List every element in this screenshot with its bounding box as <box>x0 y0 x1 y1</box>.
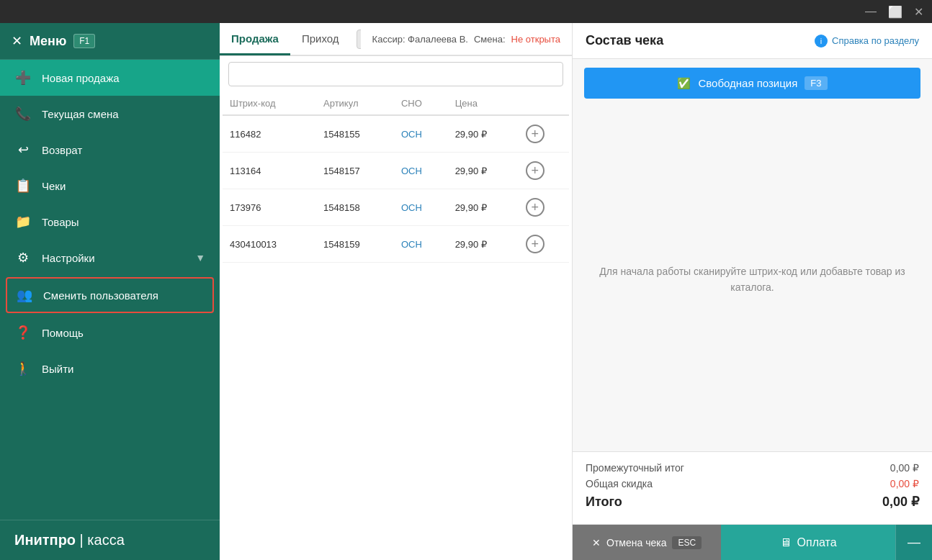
empty-cart-message: Для начала работы сканируйте штрих-код и… <box>573 107 932 451</box>
brand-logo: Инитпро | касса <box>14 532 125 548</box>
cell-article: 1548159 <box>316 226 394 263</box>
sidebar: ✕ Меню F1 ➕ Новая продажа 📞 Текущая смен… <box>0 23 220 560</box>
cell-article: 1548157 <box>316 153 394 189</box>
col-sno: СНО <box>394 92 448 115</box>
cell-add: + <box>519 153 569 189</box>
cell-sno: ОСН <box>394 153 448 189</box>
cell-price: 29,90 ₽ <box>448 189 519 226</box>
sidebar-item-receipts[interactable]: 📋 Чеки <box>0 168 220 204</box>
gear-icon: ⚙ <box>14 250 32 266</box>
cell-sno: ОСН <box>394 189 448 226</box>
sidebar-item-label: Товары <box>42 216 205 228</box>
cashier-info: Кассир: Фалалеева В. Смена: Не открыта <box>361 23 572 56</box>
check-icon: ✅ <box>677 77 691 90</box>
sidebar-item-label: Сменить пользователя <box>43 289 204 302</box>
tab-income[interactable]: Приход <box>290 24 351 55</box>
product-table: Штрих-код Артикул СНО Цена 116482 154815… <box>223 92 569 263</box>
shift-status: Не открыта <box>511 34 560 45</box>
free-position-button[interactable]: ✅ Свободная позиция F3 <box>584 68 920 99</box>
sidebar-item-label: Настройки <box>42 252 185 264</box>
table-header: Штрих-код Артикул СНО Цена <box>223 92 569 115</box>
right-panel-title: Состав чека <box>586 33 663 48</box>
help-section-button[interactable]: i Справка по разделу <box>815 35 919 48</box>
sidebar-item-switch-user[interactable]: 👥 Сменить пользователя <box>6 277 214 313</box>
add-product-button[interactable]: + <box>526 235 545 253</box>
sidebar-item-label: Чеки <box>42 180 205 192</box>
cancel-label: Отмена чека <box>606 537 666 548</box>
cell-barcode: 116482 <box>223 115 316 153</box>
pay-icon: 🖥 <box>780 536 792 549</box>
esc-badge: ESC <box>672 536 702 549</box>
cell-article: 1548158 <box>316 189 394 226</box>
cell-sno: ОСН <box>394 115 448 153</box>
shift-label: Смена: <box>474 34 506 45</box>
cell-add: + <box>519 226 569 263</box>
cell-add: + <box>519 189 569 226</box>
close-button[interactable]: ✕ <box>914 5 923 19</box>
minimize-button[interactable]: — <box>865 5 877 18</box>
folder-icon: 📁 <box>14 214 32 230</box>
top-bar: — ⬜ ✕ <box>0 0 932 23</box>
add-product-button[interactable]: + <box>526 125 545 143</box>
order-summary: Промежуточный итог 0,00 ₽ Общая скидка 0… <box>573 451 932 524</box>
sidebar-f1-badge: F1 <box>73 34 95 48</box>
sidebar-footer: Инитпро | касса <box>0 520 220 560</box>
cell-barcode: 113164 <box>223 153 316 189</box>
cell-price: 29,90 ₽ <box>448 153 519 189</box>
table-row: 173976 1548158 ОСН 29,90 ₽ + <box>223 189 569 226</box>
subtotal-value: 0,00 ₽ <box>890 462 919 474</box>
col-add <box>519 92 569 115</box>
maximize-button[interactable]: ⬜ <box>888 5 902 19</box>
cancel-x-icon: ✕ <box>592 537 601 548</box>
sidebar-item-current-shift[interactable]: 📞 Текущая смена <box>0 96 220 132</box>
sidebar-title: Меню <box>30 34 66 49</box>
right-panel: Состав чека i Справка по разделу ✅ Свобо… <box>572 23 932 560</box>
col-price: Цена <box>448 92 519 115</box>
cell-barcode: 173976 <box>223 189 316 226</box>
help-label: Справка по разделу <box>832 35 919 46</box>
sidebar-item-return[interactable]: ↩ Возврат <box>0 132 220 168</box>
sidebar-item-products[interactable]: 📁 Товары <box>0 204 220 240</box>
product-table-wrapper: Штрих-код Артикул СНО Цена 116482 154815… <box>220 92 572 560</box>
sidebar-item-settings[interactable]: ⚙ Настройки ▼ <box>0 240 220 276</box>
total-row: Итого 0,00 ₽ <box>586 494 919 510</box>
sidebar-item-logout[interactable]: 🚶 Выйти <box>0 351 220 387</box>
info-icon: i <box>815 35 828 48</box>
main-content: Продажа Приход 🔄 F2 ⚠ Внимание! Вы работ… <box>220 23 572 560</box>
return-icon: ↩ <box>14 142 32 158</box>
receipts-icon: 📋 <box>14 178 32 194</box>
cell-barcode: 430410013 <box>223 226 316 263</box>
sidebar-item-label: Текущая смена <box>42 108 205 120</box>
cell-sno: ОСН <box>394 226 448 263</box>
cell-price: 29,90 ₽ <box>448 115 519 153</box>
subtotal-row: Промежуточный итог 0,00 ₽ <box>586 462 919 474</box>
cashier-label: Кассир: Фалалеева В. <box>372 34 468 45</box>
plus-icon: ➕ <box>14 70 32 86</box>
discount-label: Общая скидка <box>586 478 653 489</box>
free-pos-badge: F3 <box>805 76 827 90</box>
discount-value: 0,00 ₽ <box>890 478 919 489</box>
phone-icon: 📞 <box>14 106 32 122</box>
sidebar-close-button[interactable]: ✕ <box>12 33 22 49</box>
pay-more-button[interactable]: — <box>895 525 932 560</box>
subtotal-label: Промежуточный итог <box>586 462 684 474</box>
users-icon: 👥 <box>16 287 33 303</box>
cancel-receipt-button[interactable]: ✕ Отмена чека ESC <box>573 525 721 560</box>
add-product-button[interactable]: + <box>526 161 545 180</box>
sidebar-item-label: Возврат <box>42 144 205 156</box>
table-row: 430410013 1548159 ОСН 29,90 ₽ + <box>223 226 569 263</box>
help-icon: ❓ <box>14 325 32 340</box>
cell-add: + <box>519 115 569 153</box>
pay-button[interactable]: 🖥 Оплата <box>721 525 895 560</box>
tab-sale[interactable]: Продажа <box>220 24 290 55</box>
search-input[interactable] <box>228 62 563 86</box>
sidebar-item-new-sale[interactable]: ➕ Новая продажа <box>0 60 220 96</box>
sidebar-item-help[interactable]: ❓ Помощь <box>0 315 220 351</box>
cell-price: 29,90 ₽ <box>448 226 519 263</box>
search-area <box>220 56 572 92</box>
pay-label: Оплата <box>797 536 837 549</box>
add-product-button[interactable]: + <box>526 198 545 217</box>
chevron-down-icon: ▼ <box>195 252 205 263</box>
sidebar-header: ✕ Меню F1 <box>0 23 220 60</box>
action-buttons: ✕ Отмена чека ESC 🖥 Оплата — <box>573 524 932 560</box>
